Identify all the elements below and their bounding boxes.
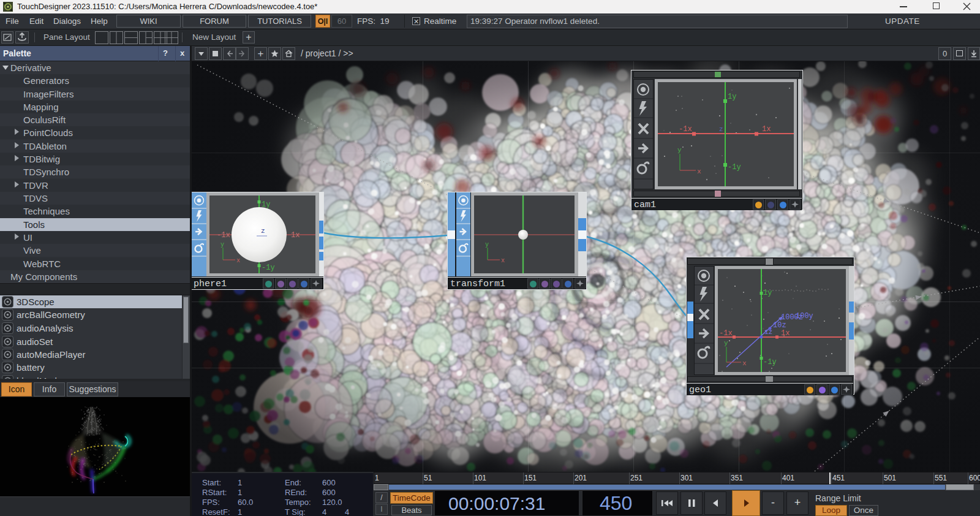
svg-text:1y: 1y [763,289,772,297]
svg-text:y: y [221,241,224,248]
svg-text:z: z [261,227,265,235]
svg-text:-1y: -1y [262,264,275,272]
svg-text:-1x: -1x [217,231,230,240]
svg-text:-1y: -1y [763,358,777,366]
svg-text:x: x [697,168,701,175]
svg-text:y: y [677,146,682,154]
svg-text:1y: 1y [262,200,270,209]
svg-text:-1x: -1x [719,329,733,338]
svg-text:x: x [501,257,505,264]
svg-text:y: y [724,340,728,347]
svg-text:x: x [742,360,747,367]
svg-text:1x: 1x [291,231,300,240]
svg-text:-1x: -1x [679,125,692,134]
svg-text:1z: 1z [764,328,772,336]
svg-text:1x: 1x [762,125,771,134]
svg-text:z: z [719,126,723,133]
svg-text:y: y [485,241,489,248]
svg-text:100y: 100y [796,312,813,321]
svg-text:-1y: -1y [728,163,741,172]
svg-text:1y: 1y [728,93,736,101]
svg-text:x: x [236,257,240,264]
svg-text:1x: 1x [781,329,790,338]
svg-text:10z: 10z [773,321,786,330]
